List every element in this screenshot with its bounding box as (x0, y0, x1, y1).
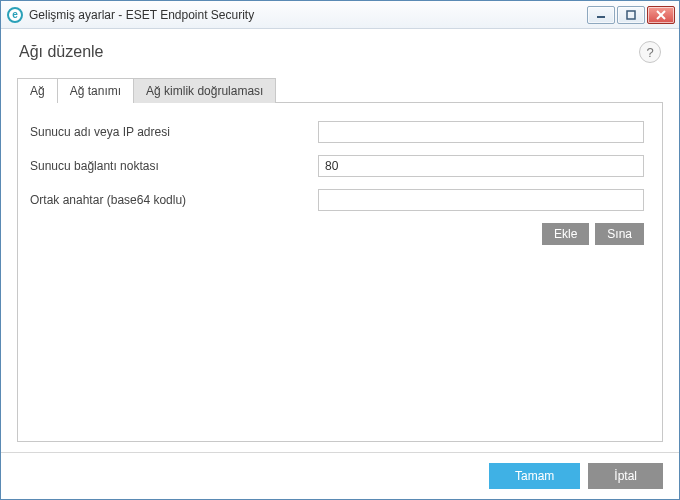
tab-network-auth[interactable]: Ağ kimlik doğrulaması (133, 78, 276, 103)
row-public-key: Ortak anahtar (base64 kodlu) (28, 189, 644, 211)
tabs-row: Ağ Ağ tanımı Ağ kimlik doğrulaması (17, 77, 663, 102)
ok-button[interactable]: Tamam (489, 463, 580, 489)
label-public-key: Ortak anahtar (base64 kodlu) (28, 193, 318, 207)
window-title: Gelişmiş ayarlar - ESET Endpoint Securit… (29, 8, 587, 22)
minimize-icon (596, 10, 606, 20)
content-area: Ağı düzenle ? Ağ Ağ tanımı Ağ kimlik doğ… (1, 29, 679, 499)
maximize-button[interactable] (617, 6, 645, 24)
app-window: e Gelişmiş ayarlar - ESET Endpoint Secur… (0, 0, 680, 500)
tab-network-definition[interactable]: Ağ tanımı (57, 78, 134, 103)
row-server-port: Sunucu bağlantı noktası (28, 155, 644, 177)
input-server-name[interactable] (318, 121, 644, 143)
row-server-name: Sunucu adı veya IP adresi (28, 121, 644, 143)
help-button[interactable]: ? (639, 41, 661, 63)
action-row: Ekle Sına (28, 223, 644, 245)
input-public-key[interactable] (318, 189, 644, 211)
cancel-button[interactable]: İptal (588, 463, 663, 489)
input-server-port[interactable] (318, 155, 644, 177)
logo-letter: e (12, 9, 18, 20)
tab-panel: Ağ Ağ tanımı Ağ kimlik doğrulaması Sunuc… (17, 77, 663, 442)
eset-logo-icon: e (7, 7, 23, 23)
minimize-button[interactable] (587, 6, 615, 24)
tab-network[interactable]: Ağ (17, 78, 58, 103)
close-button[interactable] (647, 6, 675, 24)
window-controls (587, 6, 675, 24)
dialog-footer: Tamam İptal (1, 452, 679, 499)
titlebar: e Gelişmiş ayarlar - ESET Endpoint Secur… (1, 1, 679, 29)
label-server-port: Sunucu bağlantı noktası (28, 159, 318, 173)
close-icon (656, 10, 666, 20)
maximize-icon (626, 10, 636, 20)
page-title: Ağı düzenle (19, 43, 639, 61)
add-button[interactable]: Ekle (542, 223, 589, 245)
help-icon: ? (646, 45, 653, 60)
tab-body: Sunucu adı veya IP adresi Sunucu bağlant… (17, 102, 663, 442)
label-server-name: Sunucu adı veya IP adresi (28, 125, 318, 139)
test-button[interactable]: Sına (595, 223, 644, 245)
svg-rect-1 (627, 11, 635, 19)
page-header: Ağı düzenle ? (1, 29, 679, 73)
